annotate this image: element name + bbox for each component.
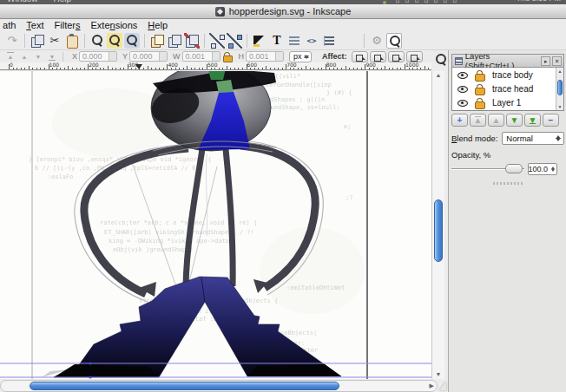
raise-button[interactable]: ▲ — [18, 51, 30, 62]
menu-ath[interactable]: ath — [0, 20, 21, 30]
lock-icon[interactable] — [475, 84, 484, 94]
layer-buttons: + ▲ ▲ ▼ ▼ − — [451, 114, 564, 127]
lower-layer-button[interactable]: ▼ — [506, 114, 523, 127]
edit-nodes-icon[interactable] — [227, 33, 242, 49]
zoom-selection-icon[interactable] — [107, 33, 122, 49]
layer-row-trace-body[interactable]: trace body — [452, 68, 563, 82]
layers-icon — [455, 57, 463, 65]
lower-layer-to-bottom-button[interactable]: ▼ — [524, 114, 541, 127]
visibility-eye-icon[interactable] — [457, 84, 468, 93]
units-dropdown[interactable]: px — [289, 51, 312, 62]
menu-filters[interactable]: Filters — [49, 20, 86, 30]
system-clock[interactable]: Thu 3:33 PM — [516, 0, 561, 3]
svg-text:e;: e; — [344, 123, 351, 130]
align-dialog-icon[interactable] — [321, 33, 337, 49]
canvas[interactable]: ting 6 (((vili*oArbiterGetHandle([sinp} … — [0, 71, 431, 379]
cut-icon[interactable]: ✂ — [47, 33, 63, 49]
h-field[interactable]: 0.001 — [246, 51, 284, 62]
y-label: Y — [122, 52, 128, 61]
dialog-dock: Layers (Shift+Ctrl+L) ▸ ✕ trace body tra… — [448, 50, 566, 392]
edit-paths-icon[interactable] — [209, 33, 225, 49]
vertical-scrollbar[interactable]: ▲ ▼ — [431, 71, 444, 379]
layer-row-layer-1[interactable]: Layer 1 — [452, 95, 563, 109]
affect-move-gradients-button[interactable] — [352, 51, 368, 62]
inkscape-doc-icon — [215, 7, 225, 16]
text-dialog-icon[interactable]: T — [269, 33, 285, 49]
menu-text[interactable]: Text — [21, 20, 49, 30]
affect-buttons — [351, 51, 424, 62]
delete-layer-button[interactable]: − — [543, 114, 559, 127]
selection-order-buttons: ▲▲▼▼ — [3, 51, 59, 62]
affect-move-patterns-button[interactable] — [370, 51, 386, 62]
panel-close-button[interactable]: ✕ — [552, 56, 562, 66]
menu-help[interactable]: Help — [142, 20, 173, 30]
fill-stroke-icon[interactable] — [252, 33, 267, 49]
layer-name[interactable]: Layer 1 — [492, 98, 521, 108]
w-field[interactable]: 0.001 — [182, 51, 220, 62]
layer-list-scrollbar[interactable]: ▲ ▼ — [556, 68, 563, 110]
svg-text:king = -OWiking *ivikin ape->: king = -OWiking *ivikin ape->data — [109, 238, 229, 245]
zoom-drawing-icon[interactable] — [89, 33, 105, 49]
zoom-page-icon[interactable] — [124, 33, 140, 49]
horizontal-scrollbar[interactable]: ▶ — [0, 380, 438, 392]
scroll-up-arrow[interactable]: ▲ — [432, 72, 444, 78]
menu-bar: athTextFiltersExtensionsHelp — [0, 19, 566, 31]
lower-to-bottom-button[interactable]: ▼ — [46, 51, 58, 62]
lock-icon[interactable] — [475, 98, 484, 108]
layer-list: trace body trace head Layer 1 ▲ ▼ — [451, 68, 564, 111]
menu-extensions[interactable]: Extensions — [86, 20, 143, 30]
magnifier-icon[interactable] — [433, 52, 445, 64]
panel-menu-button[interactable]: ▸ — [541, 56, 550, 66]
clone-icon[interactable] — [167, 33, 182, 49]
horizontal-scroll-thumb[interactable] — [30, 382, 339, 390]
layer-name[interactable]: trace body — [492, 70, 533, 80]
blend-mode-label: Blend mode: — [451, 134, 497, 143]
redo-icon[interactable]: ↷ — [4, 33, 20, 49]
x-field[interactable]: 0.000 — [79, 51, 117, 62]
system-menu-help[interactable]: Help — [54, 0, 72, 3]
duplicate-icon[interactable] — [149, 33, 165, 49]
copy-icon[interactable] — [30, 33, 45, 49]
find-icon[interactable] — [386, 33, 402, 49]
panel-resize-grip[interactable] — [493, 182, 523, 185]
xml-editor-icon[interactable]: <> — [304, 33, 319, 49]
raise-to-top-button[interactable]: ▲ — [4, 51, 16, 62]
lock-icon[interactable] — [475, 70, 484, 80]
lock-ratio-icon[interactable] — [223, 52, 231, 62]
system-menu-window[interactable]: Window — [7, 0, 38, 3]
lower-button[interactable]: ▼ — [32, 51, 44, 62]
visibility-eye-icon[interactable] — [457, 98, 468, 107]
y-field[interactable]: 0.000 — [129, 51, 168, 62]
affect-scale-stroke-button[interactable] — [406, 51, 423, 62]
scroll-right-arrow[interactable]: ▶ — [430, 382, 434, 389]
opacity-spinbox[interactable]: 100.0 — [528, 163, 557, 175]
layer-row-trace-head[interactable]: trace head — [452, 82, 563, 95]
unlink-clone-icon[interactable] — [184, 33, 200, 49]
horizontal-ruler[interactable]: 01002003004005006007008009001000 — [0, 62, 431, 70]
svg-text::emiTatleDhtiWet: :emiTatleDhtiWet — [286, 284, 345, 291]
affect-transform-corners-button[interactable] — [388, 51, 405, 62]
raise-layer-button[interactable]: ▲ — [488, 114, 504, 127]
layers-panel: Layers (Shift+Ctrl+L) ▸ ✕ trace body tra… — [451, 54, 564, 185]
window-title-bar[interactable]: hopperdesign.svg - Inkscape — [0, 4, 566, 19]
raise-layer-to-top-button[interactable]: ▲ — [470, 114, 486, 127]
scroll-down-arrow[interactable]: ▼ — [432, 371, 444, 377]
blend-mode-dropdown[interactable]: Normal — [502, 132, 564, 145]
svg-text::eslaFo: :eslaFo — [48, 173, 74, 180]
system-tray-icons[interactable]: ▯▯▯▯▯▯▯ — [395, 0, 462, 3]
layers-dialog-icon[interactable] — [286, 33, 302, 49]
paste-icon[interactable] — [64, 33, 80, 49]
window-title: hopperdesign.svg - Inkscape — [229, 6, 352, 16]
svg-text:;?: ;? — [346, 194, 352, 201]
new-layer-button[interactable]: + — [451, 114, 468, 127]
opacity-label: Opacity, % — [451, 150, 564, 160]
visibility-eye-icon[interactable] — [457, 70, 468, 79]
vertical-scroll-thumb[interactable] — [434, 199, 443, 262]
preferences-icon[interactable]: ⚙ — [369, 33, 385, 49]
layer-list-scroll-thumb[interactable] — [557, 80, 563, 95]
layers-panel-title-bar[interactable]: Layers (Shift+Ctrl+L) ▸ ✕ — [451, 54, 564, 68]
opacity-slider-thumb[interactable] — [505, 164, 523, 173]
system-menu-left[interactable]: WindowHelp — [7, 0, 87, 3]
layer-name[interactable]: trace head — [492, 84, 533, 94]
opacity-slider[interactable] — [451, 164, 524, 174]
